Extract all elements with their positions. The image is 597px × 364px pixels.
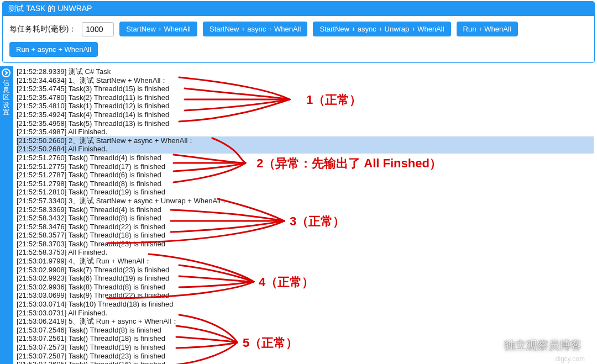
log-line[interactable]: [21:52:35.4745] Task(3) ThreadId(15) is … bbox=[17, 85, 594, 93]
side-c4: 置 bbox=[3, 109, 9, 116]
log-line[interactable]: [21:52:51.2760] Task() ThreadId(4) is fi… bbox=[17, 154, 594, 162]
btn-startnew-async-unwrap-whenall[interactable]: StartNew + async + Unwrap + WhenAll bbox=[313, 22, 451, 36]
log-line[interactable]: [21:52:58.3432] Task() ThreadId(8) is fi… bbox=[17, 214, 594, 223]
btn-startnew-whenall[interactable]: StartNew + WhenAll bbox=[119, 22, 197, 36]
side-tab[interactable]: 信 息 区 设 置 bbox=[0, 66, 12, 364]
log-line[interactable]: [21:53:03.0714] Task(10) ThreadId(18) is… bbox=[17, 300, 594, 309]
control-panel: 测试 TASK 的 UNWRAP 每任务耗时(毫秒)： StartNew + W… bbox=[2, 1, 595, 63]
log-line[interactable]: [21:53:07.2587] Task() ThreadId(23) is f… bbox=[17, 352, 594, 361]
log-line[interactable]: [21:52:35.4958] Task(5) ThreadId(13) is … bbox=[17, 119, 594, 128]
btn-startnew-async-whenall[interactable]: StartNew + async + WhenAll bbox=[203, 22, 307, 36]
log-line[interactable]: [21:53:06.2419] 5、测试 Run + async + WhenA… bbox=[17, 317, 594, 326]
delay-input[interactable] bbox=[82, 22, 114, 36]
side-c3: 设 bbox=[3, 102, 9, 109]
log-line[interactable]: [21:52:50.2684] All Finished. bbox=[17, 145, 594, 154]
log-line[interactable]: [21:53:07.2546] Task() ThreadId(8) is fi… bbox=[17, 326, 594, 335]
log-line[interactable]: [21:52:58.3476] Task() ThreadId(22) is f… bbox=[17, 223, 594, 231]
log-line[interactable]: [21:53:07.2561] Task() ThreadId(18) is f… bbox=[17, 334, 594, 343]
log-line[interactable]: [21:53:01.9799] 4、测试 Run + WhenAll： bbox=[17, 257, 594, 266]
log-line[interactable]: [21:52:35.4987] All Finished. bbox=[17, 128, 594, 136]
expand-icon[interactable] bbox=[2, 68, 11, 77]
log-line[interactable]: [21:52:50.2660] 2、测试 StartNew + async + … bbox=[17, 136, 594, 145]
btn-run-async-whenall[interactable]: Run + async + WhenAll bbox=[9, 42, 98, 57]
log-line[interactable]: [21:52:28.9339] 测试 C# Task bbox=[17, 67, 594, 76]
side-c2: 区 bbox=[3, 94, 9, 101]
main-area: 信 息 区 设 置 bbox=[0, 66, 597, 364]
side-tab-label: 信 息 区 设 置 bbox=[3, 80, 9, 116]
log-line[interactable]: [21:53:02.9936] Task(8) ThreadId(8) is f… bbox=[17, 283, 594, 292]
log-line[interactable]: [21:53:02.9908] Task(7) ThreadId(23) is … bbox=[17, 266, 594, 275]
log-line[interactable]: [21:52:58.3703] Task() ThreadId(23) is f… bbox=[17, 240, 594, 249]
log-line[interactable]: [21:52:58.3369] Task() ThreadId(4) is fi… bbox=[17, 205, 594, 214]
btn-run-whenall[interactable]: Run + WhenAll bbox=[457, 22, 518, 36]
log-line[interactable]: [21:52:35.4924] Task(4) ThreadId(14) is … bbox=[17, 110, 594, 119]
log-line[interactable]: [21:53:07.2605] Task() ThreadId(16) is f… bbox=[17, 360, 594, 364]
log-output[interactable]: 1（正常） 2（异常：先输出了 All Finshed） 3（正常） 4（正常）… bbox=[12, 66, 597, 364]
log-line[interactable]: [21:52:51.2810] Task() ThreadId(19) is f… bbox=[17, 188, 594, 197]
panel-body: 每任务耗时(毫秒)： StartNew + WhenAll StartNew +… bbox=[3, 16, 594, 62]
panel-title: 测试 TASK 的 UNWRAP bbox=[3, 2, 594, 16]
log-line[interactable]: [21:52:51.2787] Task() ThreadId(6) is fi… bbox=[17, 171, 594, 180]
log-line[interactable]: [21:52:58.3753] All Finished. bbox=[17, 248, 594, 257]
delay-label: 每任务耗时(毫秒)： bbox=[9, 24, 76, 34]
log-line[interactable]: [21:53:07.2573] Task() ThreadId(19) is f… bbox=[17, 343, 594, 352]
log-line[interactable]: [21:52:34.4634] 1、测试 StartNew + WhenAll： bbox=[17, 76, 594, 85]
log-line[interactable]: [21:52:51.2798] Task() ThreadId(8) is fi… bbox=[17, 180, 594, 188]
log-line[interactable]: [21:53:02.9923] Task(6) ThreadId(19) is … bbox=[17, 274, 594, 283]
log-line[interactable]: [21:52:35.4810] Task(1) ThreadId(12) is … bbox=[17, 102, 594, 110]
log-line[interactable]: [21:53:03.0731] All Finished. bbox=[17, 309, 594, 318]
log-line[interactable]: [21:52:35.4780] Task(2) ThreadId(11) is … bbox=[17, 93, 594, 102]
log-line[interactable]: [21:52:58.3577] Task() ThreadId(18) is f… bbox=[17, 231, 594, 240]
log-line[interactable]: [21:52:51.2775] Task() ThreadId(17) is f… bbox=[17, 162, 594, 171]
log-line[interactable]: [21:53:03.0699] Task(9) ThreadId(22) is … bbox=[17, 291, 594, 300]
log-line[interactable]: [21:52:57.3340] 3、测试 StartNew + async + … bbox=[17, 197, 594, 205]
